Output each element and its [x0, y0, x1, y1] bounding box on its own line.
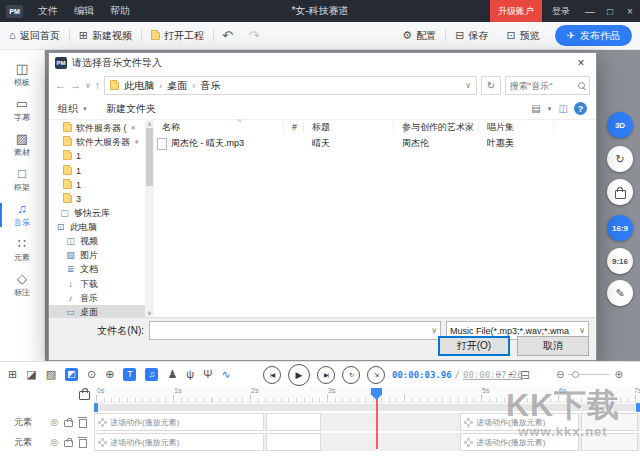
mic-stand-icon[interactable]: ψ	[186, 369, 194, 380]
video-track-icon[interactable]: ⊞	[8, 369, 17, 380]
zoom-in-icon[interactable]: ⊕	[614, 369, 622, 380]
upgrade-account-button[interactable]: 升级账户	[490, 0, 542, 22]
menu-file[interactable]: 文件	[30, 0, 66, 22]
help-icon[interactable]: ?	[574, 102, 587, 115]
picture-icon[interactable]: ▨	[46, 369, 56, 380]
column-album[interactable]: 唱片集	[479, 122, 554, 133]
next-frame-button[interactable]: ▶|	[317, 366, 335, 384]
zoom-slider-track[interactable]	[568, 374, 610, 375]
scrollbar-thumb[interactable]	[146, 128, 153, 186]
preview-pane-icon[interactable]: ◫	[559, 103, 568, 114]
tree-item-music[interactable]: ♪音乐	[49, 291, 145, 305]
timeline-clip[interactable]: 进场动作(播放元素)	[94, 413, 264, 431]
timeline-clip[interactable]	[266, 413, 321, 431]
filename-combo[interactable]: ∨	[149, 321, 441, 340]
nav-back-icon[interactable]: ←	[55, 80, 66, 91]
minimize-icon[interactable]: —	[580, 0, 600, 22]
login-button[interactable]: 登录	[542, 5, 580, 18]
range-handle-left[interactable]	[94, 403, 98, 412]
timeline-range-bar[interactable]	[94, 404, 640, 411]
close-icon[interactable]: ×	[620, 0, 640, 22]
zoom-out-minus-icon[interactable]: −	[496, 362, 502, 387]
trash-icon[interactable]	[79, 419, 87, 428]
filename-dropdown-icon[interactable]: ∨	[431, 326, 437, 335]
tree-item-folder[interactable]: 3	[49, 192, 145, 206]
breadcrumb[interactable]: 此电脑 › 桌面 › 音乐 ∨	[104, 76, 477, 95]
sidebar-item-element[interactable]: ∷ 元素	[0, 233, 45, 267]
timeline-clip[interactable]	[581, 433, 638, 451]
tree-item-pictures[interactable]: ▨图片	[49, 249, 145, 263]
redo-icon[interactable]: ↷	[241, 28, 268, 43]
tree-item-this-pc[interactable]: ⊡此电脑	[49, 220, 145, 234]
timeline-ruler[interactable]: 0s 1s 2s 3s 5s 6s 7s	[94, 386, 640, 403]
tree-item-videos[interactable]: ◫视频	[49, 235, 145, 249]
track-lane[interactable]: 进场动作(播放元素) 进场动作(播放元素)	[94, 433, 640, 451]
tree-item-folder[interactable]: 1	[49, 164, 145, 178]
zoom-out-icon[interactable]: ⊖	[556, 369, 564, 380]
view-list-icon[interactable]: ▤	[531, 103, 540, 114]
microphone-icon[interactable]: Ψ	[203, 369, 212, 380]
music-tool-icon[interactable]: ♫	[145, 368, 158, 381]
timeline-clip[interactable]: 进场动作(播放元素)	[460, 433, 579, 451]
maximize-icon[interactable]: □	[600, 0, 620, 22]
menu-help[interactable]: 帮助	[102, 0, 138, 22]
rotate-button[interactable]: ↻	[607, 146, 633, 172]
config-button[interactable]: ⚙ 配置	[393, 22, 445, 50]
sidebar-item-subtitle[interactable]: ▭ 字幕	[0, 93, 45, 127]
image-track-icon[interactable]: ◪	[26, 369, 36, 380]
undo-icon[interactable]: ↶	[214, 28, 241, 43]
zoom-in-plus-icon[interactable]: +	[508, 362, 514, 387]
screenshot-icon[interactable]: ⊙	[87, 369, 96, 380]
fit-timeline-icon[interactable]: ⊟	[520, 362, 530, 387]
edit-button[interactable]: ✎	[607, 280, 633, 306]
tree-item-folder[interactable]: 软件服务器 (∗	[49, 121, 145, 135]
breadcrumb-music[interactable]: 音乐	[200, 79, 220, 93]
track-lock-icon[interactable]	[64, 440, 73, 447]
tree-item-downloads[interactable]: ↓下载	[49, 277, 145, 291]
visibility-eye-icon[interactable]: ◎	[50, 438, 58, 447]
search-input[interactable]	[510, 81, 578, 91]
menu-edit[interactable]: 编辑	[66, 0, 102, 22]
audio-wave-icon[interactable]: ∿	[221, 369, 230, 380]
3d-button[interactable]: 3D	[607, 112, 633, 138]
figure-icon[interactable]: ♟	[167, 369, 177, 380]
scroll-down-icon[interactable]: ∨	[147, 309, 151, 316]
view-dropdown-icon[interactable]: ▼	[547, 106, 553, 112]
preview-button[interactable]: ⊡ 预览	[497, 22, 548, 50]
tree-item-documents[interactable]: ≣文档	[49, 263, 145, 277]
loop-button[interactable]: ↻	[342, 366, 360, 384]
track-lock-icon[interactable]	[64, 420, 73, 427]
sidebar-item-template[interactable]: ◫ 模板	[0, 58, 45, 92]
column-artist[interactable]: 参与创作的艺术家	[394, 122, 479, 133]
column-name[interactable]: 名称	[154, 122, 284, 133]
cancel-button[interactable]: 取消	[517, 336, 589, 356]
filename-input[interactable]	[150, 326, 431, 336]
organize-button[interactable]: 组织	[58, 102, 78, 116]
new-folder-button[interactable]: 新建文件夹	[106, 102, 156, 116]
play-button[interactable]: ▶	[288, 364, 310, 386]
timeline-lock-icon[interactable]	[79, 391, 90, 400]
dialog-close-icon[interactable]: ×	[566, 53, 596, 73]
back-home-button[interactable]: ⌂ 返回首页	[0, 22, 69, 50]
timeline-clip[interactable]	[266, 433, 321, 451]
breadcrumb-this-pc[interactable]: 此电脑	[124, 79, 154, 93]
search-box[interactable]	[505, 76, 590, 95]
range-handle-right[interactable]	[636, 403, 640, 412]
fullscreen-button[interactable]: ⇲	[367, 366, 385, 384]
tree-item-folder[interactable]: 软件大服务器∗	[49, 135, 145, 149]
tree-item-cloud[interactable]: ▢够快云库	[49, 206, 145, 220]
new-video-button[interactable]: ⊞ 新建视频	[70, 22, 141, 50]
open-project-button[interactable]: 打开工程	[142, 22, 213, 50]
timeline-clip[interactable]	[581, 413, 638, 431]
timeline-clip[interactable]: 进场动作(播放元素)	[94, 433, 264, 451]
breadcrumb-dropdown-icon[interactable]: ∨	[465, 81, 471, 90]
nav-forward-icon[interactable]: →	[70, 80, 81, 91]
text-tool-icon[interactable]: T	[123, 368, 136, 381]
tree-item-desktop[interactable]: ▭桌面	[49, 305, 145, 317]
scroll-up-icon[interactable]: ∧	[147, 120, 151, 127]
publish-button[interactable]: ✈ 发布作品	[555, 25, 632, 46]
lock-button[interactable]	[607, 179, 633, 205]
trash-icon[interactable]	[79, 439, 87, 448]
tree-item-folder[interactable]: 1	[49, 178, 145, 192]
ratio-16-9-button[interactable]: 16:9	[607, 215, 633, 241]
